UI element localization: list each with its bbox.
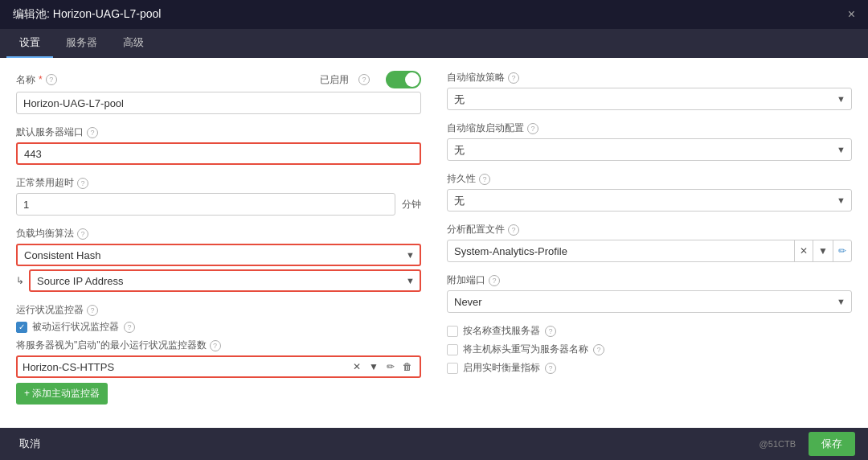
find-server-checkbox[interactable] xyxy=(447,326,458,337)
add-monitor-label: + 添加主动监控器 xyxy=(24,387,100,400)
name-label: 名称 * ? 已启用 ? xyxy=(16,71,421,88)
tab-advanced[interactable]: 高级 xyxy=(110,29,157,58)
enabled-toggle[interactable] xyxy=(386,71,421,88)
analytics-chevron-icon[interactable]: ▼ xyxy=(813,240,833,261)
timeout-info-icon[interactable]: ? xyxy=(77,178,88,189)
persistence-group: 持久性 ? 无 ▼ xyxy=(447,172,852,212)
enabled-label: 已启用 xyxy=(320,73,349,87)
analytics-clear-icon[interactable]: ✕ xyxy=(794,240,813,261)
passive-checkbox[interactable] xyxy=(16,322,27,333)
persistence-select[interactable]: 无 xyxy=(447,189,852,212)
autoscale-config-label: 自动缩放启动配置 ? xyxy=(447,121,852,135)
realtime-info-icon[interactable]: ? xyxy=(545,363,556,374)
timeout-input[interactable] xyxy=(16,193,395,216)
autoscale-select[interactable]: 无 xyxy=(447,88,852,110)
timeout-unit: 分钟 xyxy=(402,198,421,212)
autoscale-group: 自动缩放策略 ? 无 ▼ xyxy=(447,71,852,110)
realtime-row: 启用实时衡量指标 ? xyxy=(447,361,852,375)
find-server-row: 按名称查找服务器 ? xyxy=(447,324,852,338)
left-column: 名称 * ? 已启用 ? 默认服务器端口 ? xyxy=(16,71,421,416)
add-monitor-button[interactable]: + 添加主动监控器 xyxy=(16,383,108,405)
name-info-icon[interactable]: ? xyxy=(46,74,57,85)
lb-label: 负载均衡算法 ? xyxy=(16,227,421,240)
passive-info-icon[interactable]: ? xyxy=(124,322,135,333)
cancel-button[interactable]: 取消 xyxy=(13,433,47,454)
autoscale-select-wrapper: 无 ▼ xyxy=(447,88,852,110)
min-monitor-info-icon[interactable]: ? xyxy=(210,340,221,351)
timeout-label: 正常禁用超时 ? xyxy=(16,176,421,190)
monitor-field-row: Horizon-CS-HTTPS ✕ ▼ ✏ 🗑 xyxy=(16,355,421,378)
lb-group: 负载均衡算法 ? Consistent Hash ▼ ↳ Source IP A… xyxy=(16,227,421,292)
addon-port-info-icon[interactable]: ? xyxy=(489,275,500,286)
watermark-text: @51CTB xyxy=(760,439,796,449)
realtime-checkbox[interactable] xyxy=(447,363,458,374)
autoscale-label: 自动缩放策略 ? xyxy=(447,71,852,84)
modal-container: 编辑池: Horizon-UAG-L7-pool × 设置 服务器 高级 名称 … xyxy=(0,0,868,460)
monitor-clear-icon[interactable]: ✕ xyxy=(350,361,363,372)
lb-sub-wrapper: ↳ Source IP Address ▼ xyxy=(16,269,421,292)
timeout-row: 分钟 xyxy=(16,193,421,216)
addon-port-select-wrapper: Never ▼ xyxy=(447,290,852,313)
find-server-label: 按名称查找服务器 xyxy=(463,324,540,338)
tabs-bar: 设置 服务器 高级 xyxy=(0,29,868,58)
analytics-edit-icon[interactable]: ✏ xyxy=(833,240,851,261)
port-group: 默认服务器端口 ? xyxy=(16,125,421,165)
analytics-group: 分析配置文件 ? System-Analytics-Profile ✕ ▼ ✏ xyxy=(447,223,852,262)
monitor-delete-icon[interactable]: 🗑 xyxy=(400,361,415,372)
modal-footer: 取消 @51CTB 保存 xyxy=(0,428,868,460)
addon-port-label: 附加端口 ? xyxy=(447,273,852,287)
monitor-chevron-icon[interactable]: ▼ xyxy=(366,361,381,372)
port-label: 默认服务器端口 ? xyxy=(16,125,421,139)
addon-port-group: 附加端口 ? Never ▼ xyxy=(447,273,852,313)
name-input[interactable] xyxy=(16,92,421,114)
monitor-edit-icon[interactable]: ✏ xyxy=(384,361,397,372)
save-button[interactable]: 保存 xyxy=(809,432,855,456)
passive-monitor-row: 被动运行状况监控器 ? xyxy=(16,320,421,334)
rewrite-header-checkbox[interactable] xyxy=(447,344,458,355)
timeout-group: 正常禁用超时 ? 分钟 xyxy=(16,176,421,216)
tab-settings[interactable]: 设置 xyxy=(6,29,53,58)
tab-servers[interactable]: 服务器 xyxy=(53,29,110,58)
analytics-info-icon[interactable]: ? xyxy=(508,224,519,236)
rewrite-header-label: 将主机标头重写为服务器名称 xyxy=(463,343,588,356)
modal-body: 名称 * ? 已启用 ? 默认服务器端口 ? xyxy=(0,58,868,428)
persistence-info-icon[interactable]: ? xyxy=(479,174,490,185)
monitor-info-icon[interactable]: ? xyxy=(87,305,98,316)
lb-sub-select-wrapper: Source IP Address ▼ xyxy=(29,269,421,292)
right-column: 自动缩放策略 ? 无 ▼ 自动缩放启动配置 ? 无 xyxy=(447,71,852,416)
checkboxes-group: 按名称查找服务器 ? 将主机标头重写为服务器名称 ? 启用实时衡量指标 ? xyxy=(447,324,852,380)
modal-title: 编辑池: Horizon-UAG-L7-pool xyxy=(13,7,161,22)
lb-info-icon[interactable]: ? xyxy=(77,228,88,240)
port-input[interactable] xyxy=(16,142,421,165)
monitor-value: Horizon-CS-HTTPS xyxy=(23,361,347,373)
find-server-info-icon[interactable]: ? xyxy=(545,326,556,337)
passive-label: 被动运行状况监控器 xyxy=(32,320,119,334)
sub-arrow-icon: ↳ xyxy=(16,275,24,286)
monitor-label: 运行状况监控器 ? xyxy=(16,303,421,317)
save-label: 保存 xyxy=(821,437,842,451)
autoscale-config-info-icon[interactable]: ? xyxy=(527,123,538,134)
addon-port-select[interactable]: Never xyxy=(447,290,852,313)
rewrite-header-row: 将主机标头重写为服务器名称 ? xyxy=(447,343,852,356)
analytics-value: System-Analytics-Profile xyxy=(448,241,794,261)
analytics-label: 分析配置文件 ? xyxy=(447,223,852,236)
persistence-label: 持久性 ? xyxy=(447,172,852,186)
autoscale-config-select[interactable]: 无 xyxy=(447,138,852,161)
enabled-info-icon[interactable]: ? xyxy=(358,74,370,85)
realtime-label: 启用实时衡量指标 xyxy=(463,361,540,375)
lb-select-wrapper: Consistent Hash ▼ xyxy=(16,244,421,266)
persistence-select-wrapper: 无 ▼ xyxy=(447,189,852,212)
autoscale-info-icon[interactable]: ? xyxy=(508,72,519,84)
lb-sub-select[interactable]: Source IP Address xyxy=(29,269,421,292)
autoscale-config-select-wrapper: 无 ▼ xyxy=(447,138,852,161)
analytics-select-row: System-Analytics-Profile ✕ ▼ ✏ xyxy=(447,240,852,262)
min-monitor-label: 将服务器视为"启动"的最小运行状况监控器数 ? xyxy=(16,339,421,352)
lb-select[interactable]: Consistent Hash xyxy=(16,244,421,266)
name-group: 名称 * ? 已启用 ? xyxy=(16,71,421,114)
autoscale-config-group: 自动缩放启动配置 ? 无 ▼ xyxy=(447,121,852,161)
modal-header: 编辑池: Horizon-UAG-L7-pool × xyxy=(0,0,868,29)
port-info-icon[interactable]: ? xyxy=(87,127,98,138)
close-icon[interactable]: × xyxy=(848,8,855,21)
rewrite-header-info-icon[interactable]: ? xyxy=(593,344,604,355)
monitor-group: 运行状况监控器 ? 被动运行状况监控器 ? 将服务器视为"启动"的最小运行状况监… xyxy=(16,303,421,405)
